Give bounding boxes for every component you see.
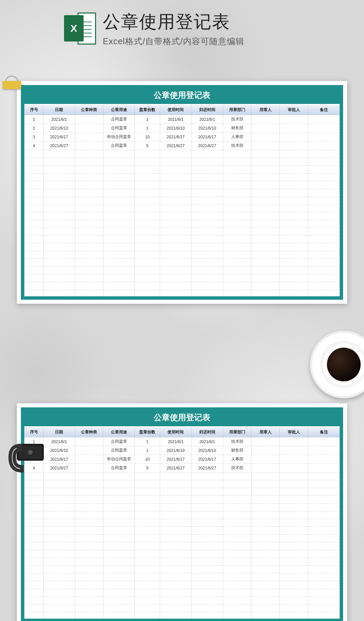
table-cell xyxy=(280,189,308,197)
column-header: 公章种类 xyxy=(75,427,103,437)
table-cell xyxy=(103,573,135,581)
table-cell xyxy=(135,181,160,189)
table-cell xyxy=(135,267,160,274)
table-cell xyxy=(75,488,103,496)
table-cell xyxy=(25,236,43,243)
table-cell xyxy=(160,158,192,166)
table-cell xyxy=(135,243,160,251)
table-cell: 2021/6/17 xyxy=(160,455,192,464)
table-cell xyxy=(160,220,192,228)
table-cell xyxy=(251,488,280,496)
table-cell xyxy=(75,141,103,150)
table-row xyxy=(25,189,340,197)
table-cell xyxy=(75,212,103,220)
table-cell xyxy=(25,290,43,297)
table-row xyxy=(25,212,340,220)
spreadsheet-preview-2: 公章使用登记表 序号日期公章种类公章用途盖章份数使用时间归还时间用章部门用章人审… xyxy=(17,403,347,621)
table-row xyxy=(25,259,340,267)
table-cell xyxy=(43,251,75,259)
table-cell xyxy=(251,455,280,464)
table-cell xyxy=(160,550,192,558)
table-cell xyxy=(280,243,308,251)
table-cell xyxy=(43,612,75,619)
table-row xyxy=(25,589,340,597)
table-cell xyxy=(43,243,75,251)
table-cell xyxy=(191,597,223,604)
table-cell xyxy=(75,612,103,619)
table-cell xyxy=(75,290,103,297)
table-cell xyxy=(135,236,160,243)
table-cell xyxy=(160,581,192,589)
table-cell xyxy=(308,519,340,527)
table-cell xyxy=(25,519,43,527)
table-cell xyxy=(251,166,280,173)
table-cell xyxy=(191,173,223,181)
table-cell xyxy=(25,504,43,511)
table-cell xyxy=(280,589,308,597)
table-cell xyxy=(308,181,340,189)
table-cell xyxy=(43,550,75,558)
table-cell xyxy=(43,197,75,205)
table-cell: 技术部 xyxy=(223,141,251,150)
table-row: 32021/6/17劳动合同盖章102021/6/172021/6/17人事部 xyxy=(25,455,340,464)
table-cell xyxy=(25,612,43,619)
table-cell xyxy=(223,519,251,527)
table-cell xyxy=(75,189,103,197)
table-row: 32021/6/17劳动合同盖章102021/6/172021/6/17人事部 xyxy=(25,133,340,141)
table-cell xyxy=(160,604,192,612)
table-cell: 合同盖章 xyxy=(103,464,135,473)
table-cell xyxy=(251,566,280,573)
table-cell xyxy=(75,597,103,604)
table-row xyxy=(25,488,340,496)
table-cell xyxy=(160,573,192,581)
table-cell xyxy=(191,197,223,205)
table-cell xyxy=(223,220,251,228)
table-cell: 3 xyxy=(25,133,43,141)
table-cell: 合同盖章 xyxy=(103,115,135,124)
table-cell xyxy=(223,236,251,243)
table-cell xyxy=(160,496,192,504)
column-header: 日期 xyxy=(43,105,75,115)
table-cell xyxy=(25,243,43,251)
table-cell xyxy=(251,220,280,228)
table-cell xyxy=(251,181,280,189)
table-cell xyxy=(223,566,251,573)
table-cell xyxy=(75,228,103,236)
table-cell xyxy=(191,480,223,488)
table-cell xyxy=(251,150,280,158)
table-cell xyxy=(43,480,75,488)
table-cell xyxy=(135,189,160,197)
table-cell xyxy=(43,181,75,189)
table-cell xyxy=(135,259,160,267)
table-cell xyxy=(308,589,340,597)
table-cell xyxy=(160,566,192,573)
table-cell xyxy=(75,259,103,267)
table-row xyxy=(25,251,340,259)
table-cell xyxy=(251,597,280,604)
table-cell xyxy=(103,236,135,243)
page-title: 公章使用登记表 xyxy=(103,10,244,34)
table-cell xyxy=(191,566,223,573)
table-cell xyxy=(43,511,75,519)
table-cell xyxy=(308,455,340,464)
table-cell xyxy=(160,519,192,527)
table-cell xyxy=(280,267,308,274)
table-cell xyxy=(25,173,43,181)
table-cell xyxy=(75,220,103,228)
table-cell xyxy=(103,589,135,597)
table-row xyxy=(25,504,340,511)
table-cell xyxy=(223,558,251,566)
table-cell xyxy=(280,166,308,173)
table-cell xyxy=(103,488,135,496)
table-cell xyxy=(308,212,340,220)
table-cell xyxy=(191,589,223,597)
table-cell: 2021/6/10 xyxy=(160,124,192,133)
table-row: 12021/6/1合同盖章12021/6/12021/6/1技术部 xyxy=(25,437,340,446)
table-row: 22021/6/10合同盖章12021/6/102021/6/10财务部 xyxy=(25,446,340,455)
table-cell xyxy=(103,181,135,189)
table-row xyxy=(25,267,340,274)
table-cell xyxy=(280,220,308,228)
table-row xyxy=(25,205,340,212)
table-cell xyxy=(223,158,251,166)
table-row xyxy=(25,236,340,243)
